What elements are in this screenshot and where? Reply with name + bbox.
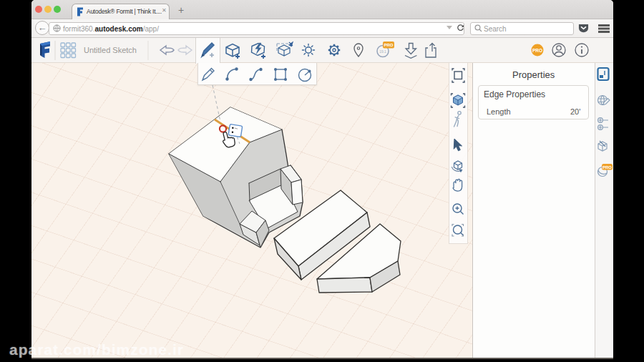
svg-text:PRO: PRO bbox=[532, 48, 542, 53]
svg-text:19.1: 19.1 bbox=[379, 49, 386, 54]
svg-text:PRO: PRO bbox=[384, 43, 393, 47]
svg-text:PRO: PRO bbox=[602, 165, 612, 170]
